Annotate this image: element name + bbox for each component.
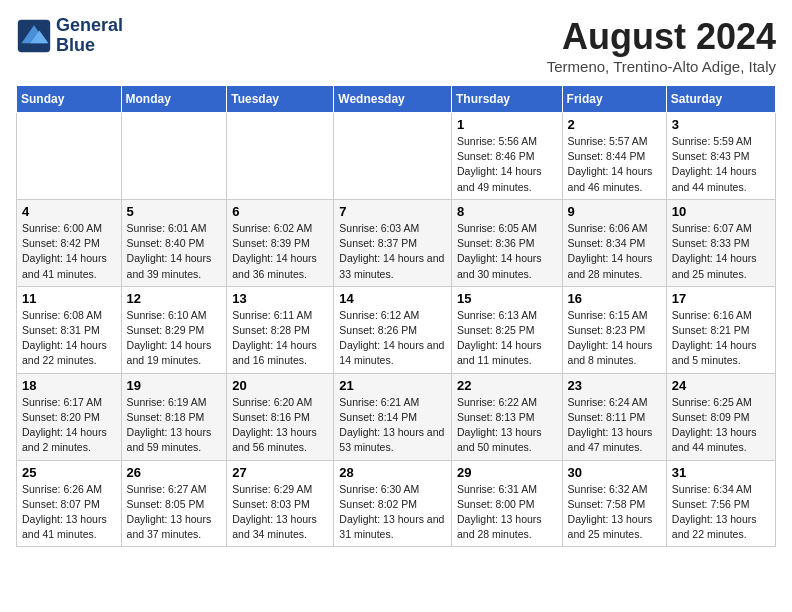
day-detail: Sunrise: 6:32 AMSunset: 7:58 PMDaylight:… <box>568 482 661 543</box>
calendar-cell: 25Sunrise: 6:26 AMSunset: 8:07 PMDayligh… <box>17 460 122 547</box>
day-number: 13 <box>232 291 328 306</box>
day-number: 22 <box>457 378 557 393</box>
day-detail: Sunrise: 6:26 AMSunset: 8:07 PMDaylight:… <box>22 482 116 543</box>
day-number: 20 <box>232 378 328 393</box>
logo: General Blue <box>16 16 123 56</box>
day-detail: Sunrise: 6:31 AMSunset: 8:00 PMDaylight:… <box>457 482 557 543</box>
day-detail: Sunrise: 6:02 AMSunset: 8:39 PMDaylight:… <box>232 221 328 282</box>
day-detail: Sunrise: 5:56 AMSunset: 8:46 PMDaylight:… <box>457 134 557 195</box>
day-detail: Sunrise: 6:11 AMSunset: 8:28 PMDaylight:… <box>232 308 328 369</box>
calendar-cell <box>121 113 227 200</box>
day-number: 28 <box>339 465 446 480</box>
day-number: 3 <box>672 117 770 132</box>
calendar-cell: 16Sunrise: 6:15 AMSunset: 8:23 PMDayligh… <box>562 286 666 373</box>
calendar-cell: 24Sunrise: 6:25 AMSunset: 8:09 PMDayligh… <box>666 373 775 460</box>
calendar-table: SundayMondayTuesdayWednesdayThursdayFrid… <box>16 85 776 547</box>
day-detail: Sunrise: 6:29 AMSunset: 8:03 PMDaylight:… <box>232 482 328 543</box>
day-number: 15 <box>457 291 557 306</box>
day-detail: Sunrise: 6:21 AMSunset: 8:14 PMDaylight:… <box>339 395 446 456</box>
calendar-cell: 7Sunrise: 6:03 AMSunset: 8:37 PMDaylight… <box>334 199 452 286</box>
day-detail: Sunrise: 6:16 AMSunset: 8:21 PMDaylight:… <box>672 308 770 369</box>
day-detail: Sunrise: 6:17 AMSunset: 8:20 PMDaylight:… <box>22 395 116 456</box>
calendar-cell: 13Sunrise: 6:11 AMSunset: 8:28 PMDayligh… <box>227 286 334 373</box>
day-number: 11 <box>22 291 116 306</box>
day-detail: Sunrise: 6:13 AMSunset: 8:25 PMDaylight:… <box>457 308 557 369</box>
calendar-cell: 22Sunrise: 6:22 AMSunset: 8:13 PMDayligh… <box>451 373 562 460</box>
day-detail: Sunrise: 6:06 AMSunset: 8:34 PMDaylight:… <box>568 221 661 282</box>
calendar-cell: 9Sunrise: 6:06 AMSunset: 8:34 PMDaylight… <box>562 199 666 286</box>
subtitle: Termeno, Trentino-Alto Adige, Italy <box>547 58 776 75</box>
day-detail: Sunrise: 6:05 AMSunset: 8:36 PMDaylight:… <box>457 221 557 282</box>
day-number: 1 <box>457 117 557 132</box>
day-number: 31 <box>672 465 770 480</box>
col-header-tuesday: Tuesday <box>227 86 334 113</box>
calendar-cell <box>334 113 452 200</box>
calendar-cell: 15Sunrise: 6:13 AMSunset: 8:25 PMDayligh… <box>451 286 562 373</box>
day-detail: Sunrise: 6:25 AMSunset: 8:09 PMDaylight:… <box>672 395 770 456</box>
logo-line1: General <box>56 16 123 36</box>
calendar-cell: 14Sunrise: 6:12 AMSunset: 8:26 PMDayligh… <box>334 286 452 373</box>
col-header-wednesday: Wednesday <box>334 86 452 113</box>
day-number: 4 <box>22 204 116 219</box>
day-number: 12 <box>127 291 222 306</box>
day-number: 17 <box>672 291 770 306</box>
calendar-cell: 5Sunrise: 6:01 AMSunset: 8:40 PMDaylight… <box>121 199 227 286</box>
day-detail: Sunrise: 6:22 AMSunset: 8:13 PMDaylight:… <box>457 395 557 456</box>
day-number: 10 <box>672 204 770 219</box>
calendar-cell: 29Sunrise: 6:31 AMSunset: 8:00 PMDayligh… <box>451 460 562 547</box>
calendar-cell: 23Sunrise: 6:24 AMSunset: 8:11 PMDayligh… <box>562 373 666 460</box>
day-detail: Sunrise: 5:57 AMSunset: 8:44 PMDaylight:… <box>568 134 661 195</box>
day-detail: Sunrise: 6:15 AMSunset: 8:23 PMDaylight:… <box>568 308 661 369</box>
day-number: 23 <box>568 378 661 393</box>
calendar-cell: 3Sunrise: 5:59 AMSunset: 8:43 PMDaylight… <box>666 113 775 200</box>
day-detail: Sunrise: 6:01 AMSunset: 8:40 PMDaylight:… <box>127 221 222 282</box>
calendar-cell: 4Sunrise: 6:00 AMSunset: 8:42 PMDaylight… <box>17 199 122 286</box>
calendar-cell: 28Sunrise: 6:30 AMSunset: 8:02 PMDayligh… <box>334 460 452 547</box>
day-number: 8 <box>457 204 557 219</box>
day-detail: Sunrise: 6:07 AMSunset: 8:33 PMDaylight:… <box>672 221 770 282</box>
calendar-cell: 30Sunrise: 6:32 AMSunset: 7:58 PMDayligh… <box>562 460 666 547</box>
calendar-cell: 21Sunrise: 6:21 AMSunset: 8:14 PMDayligh… <box>334 373 452 460</box>
calendar-cell: 2Sunrise: 5:57 AMSunset: 8:44 PMDaylight… <box>562 113 666 200</box>
calendar-cell: 10Sunrise: 6:07 AMSunset: 8:33 PMDayligh… <box>666 199 775 286</box>
col-header-saturday: Saturday <box>666 86 775 113</box>
header: General Blue August 2024 Termeno, Trenti… <box>16 16 776 75</box>
calendar-cell: 19Sunrise: 6:19 AMSunset: 8:18 PMDayligh… <box>121 373 227 460</box>
day-number: 5 <box>127 204 222 219</box>
col-header-sunday: Sunday <box>17 86 122 113</box>
day-number: 18 <box>22 378 116 393</box>
day-detail: Sunrise: 6:24 AMSunset: 8:11 PMDaylight:… <box>568 395 661 456</box>
day-detail: Sunrise: 5:59 AMSunset: 8:43 PMDaylight:… <box>672 134 770 195</box>
day-number: 25 <box>22 465 116 480</box>
calendar-cell <box>17 113 122 200</box>
day-number: 27 <box>232 465 328 480</box>
day-detail: Sunrise: 6:27 AMSunset: 8:05 PMDaylight:… <box>127 482 222 543</box>
day-detail: Sunrise: 6:19 AMSunset: 8:18 PMDaylight:… <box>127 395 222 456</box>
day-number: 2 <box>568 117 661 132</box>
logo-line2: Blue <box>56 36 123 56</box>
day-detail: Sunrise: 6:08 AMSunset: 8:31 PMDaylight:… <box>22 308 116 369</box>
day-number: 24 <box>672 378 770 393</box>
day-number: 30 <box>568 465 661 480</box>
calendar-cell: 20Sunrise: 6:20 AMSunset: 8:16 PMDayligh… <box>227 373 334 460</box>
day-number: 29 <box>457 465 557 480</box>
main-title: August 2024 <box>547 16 776 58</box>
day-number: 16 <box>568 291 661 306</box>
calendar-cell: 17Sunrise: 6:16 AMSunset: 8:21 PMDayligh… <box>666 286 775 373</box>
logo-text: General Blue <box>56 16 123 56</box>
calendar-cell: 31Sunrise: 6:34 AMSunset: 7:56 PMDayligh… <box>666 460 775 547</box>
col-header-thursday: Thursday <box>451 86 562 113</box>
calendar-cell: 6Sunrise: 6:02 AMSunset: 8:39 PMDaylight… <box>227 199 334 286</box>
day-detail: Sunrise: 6:30 AMSunset: 8:02 PMDaylight:… <box>339 482 446 543</box>
day-detail: Sunrise: 6:34 AMSunset: 7:56 PMDaylight:… <box>672 482 770 543</box>
col-header-monday: Monday <box>121 86 227 113</box>
day-number: 21 <box>339 378 446 393</box>
day-detail: Sunrise: 6:03 AMSunset: 8:37 PMDaylight:… <box>339 221 446 282</box>
day-number: 7 <box>339 204 446 219</box>
calendar-cell: 11Sunrise: 6:08 AMSunset: 8:31 PMDayligh… <box>17 286 122 373</box>
day-number: 26 <box>127 465 222 480</box>
calendar-cell: 26Sunrise: 6:27 AMSunset: 8:05 PMDayligh… <box>121 460 227 547</box>
day-detail: Sunrise: 6:20 AMSunset: 8:16 PMDaylight:… <box>232 395 328 456</box>
day-number: 6 <box>232 204 328 219</box>
title-block: August 2024 Termeno, Trentino-Alto Adige… <box>547 16 776 75</box>
